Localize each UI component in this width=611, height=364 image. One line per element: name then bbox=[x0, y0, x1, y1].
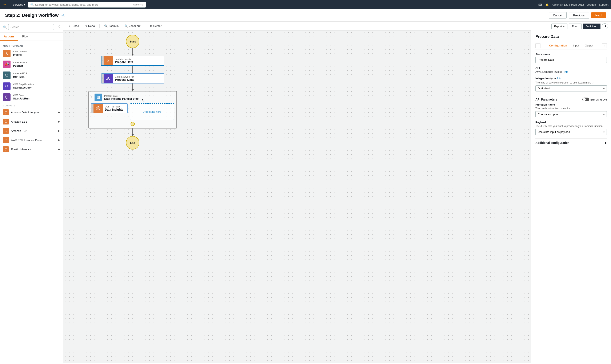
aws-logo[interactable]: aws bbox=[2, 2, 10, 8]
api-value: AWS Lambda: Invoke Info bbox=[535, 70, 607, 73]
sidebar-tabs: Actions Flow bbox=[0, 33, 63, 41]
cancel-button[interactable]: Cancel bbox=[549, 12, 567, 18]
undo-icon: ↩ bbox=[69, 24, 71, 27]
page-header: Step 2: Design workflow Info Cancel Prev… bbox=[0, 9, 611, 22]
drag-handle[interactable]: ⠿ bbox=[101, 74, 104, 83]
payload-desc: The JSON that you want to provide to you… bbox=[535, 125, 607, 128]
payload-group: Payload The JSON that you want to provid… bbox=[535, 121, 607, 135]
services-menu[interactable]: Services ▾ bbox=[13, 3, 26, 6]
api-info-link[interactable]: Info bbox=[564, 70, 569, 73]
parallel-state-container[interactable]: ⠿ Parallel bbox=[88, 91, 177, 129]
terminal-icon[interactable]: ⌨ bbox=[538, 3, 542, 6]
drop-zone[interactable]: Drop state here bbox=[130, 103, 174, 120]
panel-info-button[interactable]: ℹ bbox=[602, 23, 608, 29]
sub-tab-input[interactable]: Input bbox=[570, 42, 582, 49]
next-button[interactable]: Next bbox=[591, 13, 606, 18]
start-node[interactable]: Start bbox=[126, 35, 139, 48]
svg-marker-13 bbox=[97, 107, 99, 110]
drag-handle[interactable]: ⠿ bbox=[101, 56, 104, 65]
ec2-item[interactable]: ⬡ Amazon EC2 ▶ bbox=[0, 126, 63, 135]
expand-icon[interactable]: ▸ bbox=[605, 141, 607, 144]
main-layout: 🔍 《 Actions Flow MOST POPULAR λ AWS Lamb… bbox=[0, 22, 611, 363]
end-node[interactable]: End bbox=[126, 136, 139, 150]
state-name-input[interactable] bbox=[535, 57, 607, 63]
center-button[interactable]: ⊙ Center bbox=[147, 23, 164, 29]
sub-nav-prev-button[interactable]: ‹ bbox=[535, 43, 541, 48]
sidebar-search-area: 🔍 《 bbox=[0, 22, 63, 33]
sidebar-search-input[interactable] bbox=[8, 24, 54, 30]
process-data-node[interactable]: ⠿ Glue: StartJobRun bbox=[101, 73, 164, 83]
user-account[interactable]: Admin @ 1234-5678-9012 bbox=[552, 3, 584, 6]
parallel-drag-handle[interactable]: ⠿ bbox=[91, 96, 92, 98]
undo-button[interactable]: ↩ Undo bbox=[67, 23, 82, 29]
tab-actions[interactable]: Actions bbox=[0, 33, 18, 40]
integration-label: Integration type bbox=[535, 77, 556, 80]
lambda-invoke-item[interactable]: λ AWS Lambda Invoke bbox=[0, 48, 63, 59]
integration-desc: The type of service integration to use. … bbox=[535, 81, 607, 84]
payload-select[interactable]: Use state input as payload bbox=[535, 129, 607, 135]
learn-more-link[interactable]: Learn more bbox=[578, 81, 591, 84]
data-insights-node[interactable]: ⠿ ECS: RunTask Data Insights bbox=[91, 103, 128, 113]
workflow-canvas[interactable]: Start ⠿ λ Lambda: Invoke Prepare Data bbox=[63, 30, 531, 363]
top-navigation: aws Services ▾ 🔍 [Option+S] ⌨ 🔔 Admin @ … bbox=[0, 0, 611, 9]
state-name-label: State name bbox=[535, 53, 607, 56]
nav-right: ⌨ 🔔 Admin @ 1234-5678-9012 Oregon Suppor… bbox=[538, 3, 609, 6]
info-link[interactable]: Info bbox=[61, 14, 65, 17]
redo-icon: ↪ bbox=[85, 24, 87, 27]
tab-definition-button[interactable]: Definition bbox=[583, 24, 600, 29]
ec2-instance-item[interactable]: ⬡ AWS EC2 Instance Conn... ▶ bbox=[0, 135, 63, 145]
chevron-right-icon: ▶ bbox=[58, 148, 60, 151]
panel-title: Prepare Data bbox=[535, 35, 607, 39]
edit-json-switch[interactable] bbox=[582, 98, 589, 101]
zoom-out-button[interactable]: 🔍 Zoom out bbox=[122, 23, 143, 29]
canvas-toolbar: ↩ Undo ↪ Redo 🔍 Zoom in 🔍 Zoom out ⊙ Cen… bbox=[63, 22, 531, 30]
tab-form-button[interactable]: Form bbox=[569, 24, 581, 29]
sidebar-content: MOST POPULAR λ AWS Lambda Invoke 📣 Amazo… bbox=[0, 41, 63, 363]
glue-node-icon bbox=[104, 74, 113, 83]
integration-info-link[interactable]: Info bbox=[557, 77, 562, 80]
glue-icon: ⬡ bbox=[3, 93, 11, 101]
chevron-right-icon: ▶ bbox=[58, 129, 60, 132]
tab-flow[interactable]: Flow bbox=[18, 33, 32, 40]
sidebar: 🔍 《 Actions Flow MOST POPULAR λ AWS Lamb… bbox=[0, 22, 63, 363]
sub-tab-output[interactable]: Output bbox=[582, 42, 596, 49]
footer: Feedback English (US) © 2021, Amazon Web… bbox=[0, 363, 611, 364]
lambda-node-icon: λ bbox=[104, 56, 113, 65]
api-parameters-group: API Parameters Edit as JSON Function nam… bbox=[535, 98, 607, 135]
integration-type-select[interactable]: Optimized bbox=[535, 85, 607, 91]
prepare-data-node[interactable]: ⠿ λ Lambda: Invoke Prepare Data bbox=[101, 56, 164, 66]
data-lifecycle-icon: ⬡ bbox=[3, 109, 9, 115]
ec2-icon: ⬡ bbox=[3, 128, 9, 134]
elastic-inference-item[interactable]: ⬡ Elastic Inference ▶ bbox=[0, 145, 63, 154]
lambda-icon: λ bbox=[3, 50, 11, 57]
export-button[interactable]: Export ▾ bbox=[551, 24, 568, 29]
collapse-sidebar-button[interactable]: 《 bbox=[57, 25, 60, 29]
previous-button[interactable]: Previous bbox=[569, 12, 589, 18]
state-name-group: State name bbox=[535, 53, 607, 63]
data-lifecycle-item[interactable]: ⬡ Amazon Data Lifecycle ... ▶ bbox=[0, 108, 63, 117]
parallel-icon bbox=[95, 94, 102, 101]
region-selector[interactable]: Oregon bbox=[587, 3, 596, 6]
sns-icon: 📣 bbox=[3, 61, 11, 68]
drag-handle[interactable]: ⠿ bbox=[91, 104, 94, 113]
ebs-item[interactable]: ⬡ Amazon EBS ▶ bbox=[0, 117, 63, 126]
support-menu[interactable]: Support bbox=[599, 3, 609, 6]
integration-type-select-wrapper: Optimized ▾ bbox=[535, 85, 607, 91]
compute-label: COMPUTE bbox=[0, 103, 63, 108]
function-name-select[interactable]: Choose an option bbox=[535, 111, 607, 117]
stepfunctions-item[interactable]: ⟳ AWS Step Functions StartExecution bbox=[0, 81, 63, 92]
global-search-input[interactable] bbox=[35, 3, 133, 6]
ecs-node-icon bbox=[94, 104, 103, 113]
global-search-bar[interactable]: 🔍 [Option+S] bbox=[28, 2, 146, 8]
glue-startjobrun-item[interactable]: ⬡ AWS Glue StartJobRun bbox=[0, 92, 63, 103]
chevron-right-icon: ▶ bbox=[58, 111, 60, 114]
ecs-runtask-item[interactable]: ⬡ Amazon ECS RunTask bbox=[0, 70, 63, 81]
center-icon: ⊙ bbox=[150, 24, 152, 27]
redo-button[interactable]: ↪ Redo bbox=[82, 23, 97, 29]
zoom-in-icon: 🔍 bbox=[104, 24, 108, 27]
zoom-in-button[interactable]: 🔍 Zoom in bbox=[102, 23, 121, 29]
sub-tab-configuration[interactable]: Configuration bbox=[546, 42, 570, 49]
sub-nav-next-button[interactable]: › bbox=[602, 43, 607, 48]
sns-publish-item[interactable]: 📣 Amazon SNS Publish bbox=[0, 59, 63, 70]
bell-icon[interactable]: 🔔 bbox=[545, 3, 549, 6]
